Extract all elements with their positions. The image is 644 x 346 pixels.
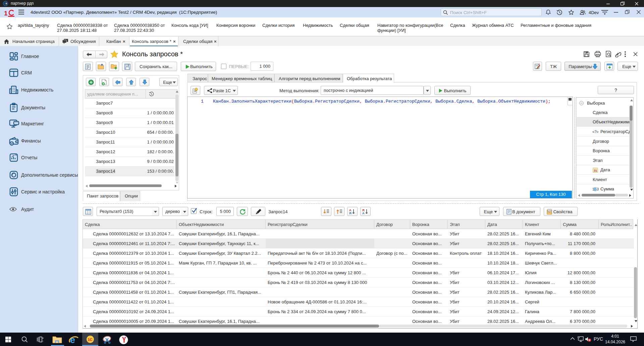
- svg-text:<?>: <?>: [592, 130, 598, 134]
- svg-text:1: 1: [592, 187, 594, 191]
- svg-text:2: 2: [595, 187, 597, 191]
- svg-text:1: 1: [4, 10, 8, 17]
- svg-text:Я: Я: [349, 212, 351, 215]
- svg-text:1С: 1С: [88, 338, 93, 342]
- svg-text:31: 31: [594, 169, 597, 172]
- svg-text:А: А: [362, 212, 365, 215]
- svg-text:3: 3: [597, 187, 599, 191]
